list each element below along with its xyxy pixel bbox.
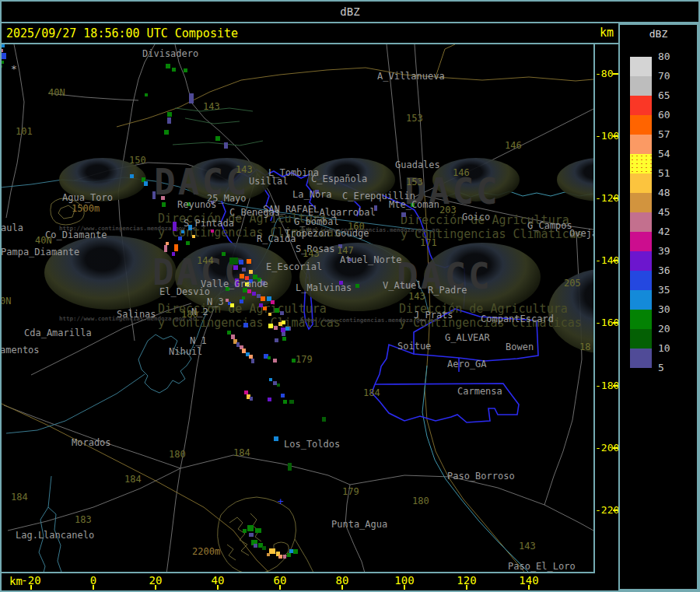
place-label: CompantEscard [481, 314, 554, 324]
legend-value-label: 70 [658, 70, 670, 82]
x-axis-tick [30, 585, 32, 590]
place-label: Usillal [249, 177, 289, 187]
info-bar: 2025/09/27 18:56:00 UTC Composite km [2, 23, 618, 44]
x-axis-tick [404, 585, 405, 590]
place-label: Oveja [569, 229, 595, 239]
legend-panel: dBZ 807065605754514845423936353020105 [618, 23, 698, 590]
page-title: dBZ [340, 5, 359, 18]
x-axis-tick [341, 585, 343, 590]
x-axis-tick [466, 585, 467, 590]
legend-value-label: 30 [658, 303, 670, 315]
route-number-label: 180 [181, 310, 198, 320]
route-number-label: 183 [75, 515, 92, 525]
legend-value-label: 5 [658, 362, 664, 373]
legend-color-block [630, 232, 652, 251]
route-number-label: 180 [412, 496, 429, 506]
place-label: Carmensa [457, 387, 502, 397]
route-number-label: 0N [2, 296, 11, 307]
x-axis-tick [155, 585, 156, 590]
place-label: Salinas [117, 310, 156, 320]
route-number-label: 40N [48, 88, 65, 98]
route-number-label: 180 [169, 450, 186, 460]
legend-value-label: 35 [658, 284, 670, 296]
place-label: Co_Diamante [45, 230, 107, 240]
legend-color-block [630, 310, 652, 329]
route-number-label: 205 [564, 278, 581, 289]
legend-color-block [630, 173, 652, 193]
x-axis: km -20020406080100120140 [2, 573, 618, 590]
legend-value-label: 10 [658, 342, 670, 354]
place-label: Paso_Borroso [447, 471, 515, 482]
route-number-label: 203 [439, 205, 457, 215]
legend-value-label: 80 [658, 51, 670, 62]
legend-value-label: 65 [658, 89, 670, 101]
route-number-label: 143 [303, 249, 320, 259]
legend-color-block [630, 349, 652, 368]
y-axis-tick [613, 260, 618, 261]
map-marker: + [278, 498, 284, 506]
map-label-layer: DivisaderoA_VillanuevaGuadalesL_TombinaU… [2, 44, 593, 572]
place-label: Punta_Agua [331, 520, 387, 530]
y-axis-tick [613, 73, 618, 75]
place-label: R_Caida [257, 234, 296, 244]
place-label: El_Desvio [159, 287, 210, 297]
place-label: Paso_El_Loro [508, 562, 576, 572]
legend-color-block [630, 251, 652, 271]
map-marker: * [11, 65, 17, 73]
place-label: Morados [72, 438, 111, 448]
route-number-label: 147 [337, 246, 354, 256]
place-label: E_Escorial [266, 262, 322, 272]
place-label: Los_Toldos [284, 440, 340, 450]
legend-value-label: 48 [658, 187, 670, 198]
route-number-label: 184 [124, 475, 142, 485]
place-label: Soitue [397, 342, 431, 352]
legend-title: dBZ [620, 28, 697, 40]
place-label: G_Campos [527, 221, 572, 231]
route-number-label: 143 [519, 541, 536, 552]
route-number-label: 144 [197, 256, 214, 266]
place-label: J_Prats [414, 310, 453, 321]
route-number-label: 143 [236, 165, 253, 175]
km-unit-label: km [600, 26, 614, 40]
legend-value-label: 54 [658, 148, 670, 159]
radar-map-canvas[interactable]: DACCDACCDACCDACCDirección de Agricultura… [2, 44, 595, 573]
legend-color-block [630, 76, 652, 96]
place-label: La_Nora [292, 190, 332, 200]
legend-value-label: 36 [658, 264, 670, 276]
route-number-label: 184 [363, 388, 380, 398]
y-axis-tick [613, 198, 618, 199]
place-label: Reyunos [177, 200, 217, 210]
route-number-label: 171 [420, 238, 437, 248]
route-number-label: 160 [348, 222, 365, 232]
place-label: Divisadero [142, 49, 198, 59]
place-label: A_Villanueva [377, 72, 445, 82]
place-label: L_Malvinas [296, 283, 352, 293]
legend-color-block [630, 290, 652, 310]
place-label: amentos [2, 345, 40, 356]
timestamp-label: 2025/09/27 18:56:00 UTC Composite [6, 26, 238, 40]
y-axis-tick [613, 510, 618, 511]
place-label: R_Padre [428, 285, 467, 296]
legend-value-label: 45 [658, 206, 670, 218]
route-number-label: 179 [342, 487, 359, 497]
place-label: N_1 [190, 336, 207, 346]
legend-value-label: 51 [658, 167, 670, 179]
place-label: Mte_Coman [389, 200, 439, 210]
legend-color-block [630, 154, 652, 173]
route-number-label: 179 [296, 355, 313, 365]
route-number-label: 146 [505, 141, 522, 151]
legend-color-block [630, 193, 652, 212]
legend-value-label: 42 [658, 226, 670, 237]
legend-color-block [630, 212, 652, 232]
place-label: aula [2, 223, 23, 233]
place-label: Bowen [506, 342, 534, 352]
place-label: Pampa_Diamante [2, 247, 79, 257]
route-number-label: 143 [203, 102, 220, 112]
place-label: Guadales [395, 160, 440, 170]
place-label: Valle_Grande [201, 279, 268, 289]
place-label: G_bombal [294, 217, 339, 227]
place-label: Atuel_Norte [340, 255, 401, 265]
route-number-label: 40N [35, 236, 52, 246]
title-bar: dBZ [2, 2, 698, 23]
place-label: G_ALVEAR [445, 333, 490, 343]
